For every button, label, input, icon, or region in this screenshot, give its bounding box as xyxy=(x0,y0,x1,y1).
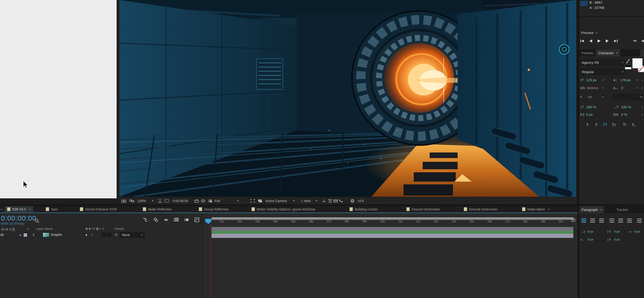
take-snapshot-icon[interactable] xyxy=(194,197,199,205)
col-layer-name[interactable]: Layer Name xyxy=(36,227,53,230)
mini-flowchart-icon[interactable] xyxy=(143,217,148,223)
align-left-button[interactable] xyxy=(580,217,587,224)
col-index[interactable]: # xyxy=(27,227,29,230)
camera-view-value[interactable]: Active Camera xyxy=(266,197,287,205)
indent-left-value[interactable]: 0 px xyxy=(588,230,594,233)
view-layout-caret[interactable]: ▾ xyxy=(316,197,317,205)
parent-pickwhip-icon[interactable]: ◎ xyxy=(115,233,118,236)
audio-mute-button[interactable] xyxy=(641,39,644,43)
comp-tab[interactable]: Matte Reflection xyxy=(143,206,172,212)
current-timecode[interactable]: 0:00:00:00 xyxy=(1,214,36,222)
reset-exposure-icon[interactable] xyxy=(350,197,355,205)
set-black-swatch[interactable] xyxy=(625,65,632,67)
indent-right-value[interactable]: 0 px xyxy=(588,238,594,241)
motion-blur-icon[interactable] xyxy=(184,217,190,223)
last-frame-button[interactable] xyxy=(614,39,618,43)
faux-bold-button[interactable]: T xyxy=(584,122,591,128)
resolution-value[interactable]: Full xyxy=(214,197,220,205)
stroke-width-value[interactable]: - px xyxy=(586,95,592,99)
align-right-button[interactable] xyxy=(598,217,605,224)
justify-all-button[interactable] xyxy=(636,217,642,224)
layer-switch-box[interactable] xyxy=(102,233,106,237)
close-tab-icon[interactable]: × xyxy=(29,207,31,211)
roi-icon[interactable] xyxy=(250,197,255,205)
layer-row[interactable]: ▶ 1 Graphic ● ∕ ◎ None▾ xyxy=(0,232,202,238)
font-family-select[interactable]: Agency FB▾ xyxy=(580,59,625,66)
pixel-aspect-icon[interactable] xyxy=(322,197,326,205)
font-style-select[interactable]: Regular▾ xyxy=(580,68,625,75)
close-tab-icon[interactable]: × xyxy=(548,207,550,211)
timeline-scrollbar[interactable] xyxy=(212,217,574,220)
first-line-indent-value[interactable]: 0 px xyxy=(634,230,640,233)
space-before-value[interactable]: 0 px xyxy=(614,230,620,233)
comp-tab[interactable]: Ground Destruction xyxy=(464,206,497,212)
timeline-button-icon[interactable] xyxy=(333,197,338,205)
parent-dropdown[interactable]: None▾ xyxy=(120,232,144,238)
comp-tab[interactable]: Matte Alpha× xyxy=(522,206,550,212)
row-spinner[interactable]: ▸ xyxy=(642,79,643,81)
stroke-width-caret[interactable]: ▾ xyxy=(602,95,604,98)
align-center-button[interactable] xyxy=(590,217,596,224)
layer-switch-slash[interactable]: ∕ xyxy=(92,233,92,237)
hide-shy-icon[interactable] xyxy=(163,217,169,223)
space-after-value[interactable]: 0 px xyxy=(614,238,620,241)
show-snapshot-icon[interactable] xyxy=(129,197,134,205)
view-layout-value[interactable]: 1 View xyxy=(301,197,311,205)
flowchart-button-icon[interactable] xyxy=(338,197,344,205)
stroke-style-select[interactable]: ▾ xyxy=(613,94,642,100)
tab-tracker[interactable]: Tracker xyxy=(614,206,630,213)
comp-tab[interactable]: Secret Entrance SYM xyxy=(80,206,116,212)
resolution-caret[interactable]: ▾ xyxy=(237,197,238,205)
leading-caret[interactable]: ▾ xyxy=(636,79,638,81)
fast-previews-icon[interactable] xyxy=(328,197,333,205)
next-frame-button[interactable] xyxy=(605,39,610,43)
tab-collapse-icon[interactable]: « xyxy=(0,206,2,212)
tracking-caret[interactable]: ▾ xyxy=(636,87,638,89)
magnification-value[interactable]: 100% xyxy=(138,197,146,205)
all-caps-button[interactable]: TT xyxy=(602,122,608,128)
play-button[interactable] xyxy=(597,39,601,43)
justify-last-center-button[interactable] xyxy=(618,217,624,224)
transparency-grid-icon[interactable] xyxy=(258,197,263,205)
exposure-value[interactable]: +0.0 xyxy=(357,197,364,205)
magnification-caret[interactable]: ▾ xyxy=(152,197,154,205)
leading-value[interactable]: 176 px xyxy=(620,78,631,82)
justify-last-left-button[interactable] xyxy=(608,217,615,224)
faux-italic-button[interactable]: T xyxy=(593,122,600,128)
set-white-swatch[interactable] xyxy=(625,67,632,69)
viewer-timecode[interactable]: 0:00:00:00 xyxy=(172,197,188,205)
previous-frame-button[interactable] xyxy=(588,39,593,43)
font-size-value[interactable]: 120 px xyxy=(586,78,597,82)
comp-tab[interactable]: Sym xyxy=(46,206,58,212)
row-spinner[interactable]: ▸ xyxy=(642,87,643,89)
font-size-caret[interactable]: ▾ xyxy=(602,79,604,81)
row-spinner[interactable]: ▸ xyxy=(642,106,643,108)
tracking-value[interactable]: 0 xyxy=(621,86,623,90)
tab-presets[interactable]: Presets xyxy=(579,49,596,56)
comp-tab-active[interactable]: E30 V3.2 × xyxy=(5,206,33,212)
grid-guides-icon[interactable] xyxy=(158,197,162,205)
eyedropper-icon[interactable] xyxy=(625,59,630,64)
composition-viewer[interactable] xyxy=(120,0,576,197)
loop-button[interactable] xyxy=(632,39,637,43)
show-last-snapshot-icon[interactable] xyxy=(200,197,206,205)
layer-switch-box[interactable] xyxy=(107,233,112,237)
row-spinner[interactable]: ▸ xyxy=(642,113,643,116)
layer-duration-bar[interactable] xyxy=(212,234,573,238)
kerning-value[interactable]: Metrics xyxy=(587,86,598,90)
baseline-shift-value[interactable]: 0 px xyxy=(586,113,593,116)
preview-panel-title[interactable]: Preview≡ xyxy=(581,31,598,35)
row-spinner[interactable]: ▸ xyxy=(642,95,643,98)
layer-expander[interactable]: ▶ xyxy=(20,234,22,237)
tsume-value[interactable]: 0 % xyxy=(621,113,627,116)
snapshot-icon[interactable] xyxy=(121,197,126,205)
layer-color-label[interactable] xyxy=(23,233,27,237)
kerning-caret[interactable]: ▾ xyxy=(602,87,604,89)
current-time-indicator[interactable] xyxy=(205,219,211,224)
comp-tab[interactable]: Ground Destruction xyxy=(406,206,440,212)
camera-view-caret[interactable]: ▾ xyxy=(293,197,294,205)
comp-duration-bar[interactable] xyxy=(212,231,573,234)
first-frame-button[interactable] xyxy=(580,39,584,43)
comp-marker-button[interactable] xyxy=(571,218,576,223)
vertical-scale-value[interactable]: 100 % xyxy=(586,105,596,109)
